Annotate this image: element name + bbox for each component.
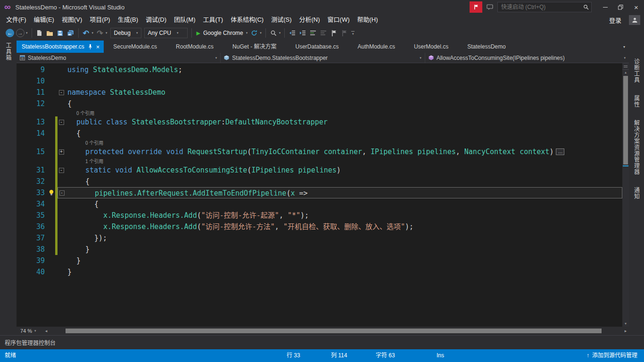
find-dropdown-chevron[interactable]: ▾	[279, 31, 281, 35]
code-text[interactable]: 0 个引用	[65, 109, 622, 116]
editor-split-handle[interactable]	[622, 63, 629, 70]
navigation-dropdown-chevron[interactable]: ▾	[26, 31, 28, 35]
quick-launch-input[interactable]	[500, 3, 583, 11]
line-number[interactable]: 38	[17, 244, 48, 255]
account-avatar[interactable]	[629, 15, 640, 25]
fold-toggle-icon[interactable]: +	[59, 149, 64, 155]
vertical-scrollbar-thumb[interactable]	[623, 76, 628, 165]
document-tab[interactable]: NuGet - 解决方案	[223, 41, 286, 53]
find-in-files-button[interactable]	[268, 27, 279, 39]
previous-bookmark-button[interactable]	[339, 27, 349, 39]
code-text[interactable]: }	[65, 266, 622, 278]
fold-toggle-icon[interactable]: -	[59, 90, 64, 95]
line-number[interactable]: 10	[17, 75, 48, 87]
menu-item[interactable]: 窗口(W)	[324, 14, 354, 25]
uncomment-selection-button[interactable]	[318, 27, 329, 39]
code-text[interactable]: pipelines.AfterRequest.AddItemToEndOfPip…	[66, 188, 622, 198]
document-tab[interactable]: UserDatabase.cs	[286, 41, 348, 53]
refresh-dropdown-chevron[interactable]: ▾	[260, 31, 262, 35]
code-text[interactable]: {	[65, 128, 622, 139]
tool-window-tab-toolbox[interactable]: 工具箱	[4, 42, 12, 61]
close-button[interactable]: ×	[628, 0, 644, 14]
line-number[interactable]: 39	[17, 255, 48, 266]
code-lens-references[interactable]: 0 个引用	[76, 111, 94, 116]
line-number[interactable]	[17, 139, 48, 146]
tool-window-tab[interactable]: 解决方案资源管理器	[633, 120, 641, 175]
new-file-button[interactable]	[34, 27, 45, 39]
line-number[interactable]: 9	[17, 64, 48, 75]
document-tab[interactable]: UserModel.cs	[405, 41, 458, 53]
tool-window-tab[interactable]: 属性	[633, 95, 641, 107]
line-number[interactable]: 12	[17, 98, 48, 109]
fold-margin[interactable]: -	[58, 87, 65, 98]
quick-launch-box[interactable]	[497, 2, 592, 12]
solution-configurations-combo[interactable]: Debug ▾	[110, 28, 141, 38]
line-number[interactable]: 13	[17, 116, 48, 128]
fold-margin[interactable]: -	[58, 188, 66, 198]
menu-item[interactable]: 体系结构(C)	[227, 14, 267, 25]
line-number[interactable]: 14	[17, 128, 48, 139]
code-text[interactable]: namespace StatelessDemo	[65, 87, 622, 98]
toggle-bookmark-button[interactable]	[329, 27, 339, 39]
code-text[interactable]: protected override void RequestStartup(T…	[65, 146, 622, 157]
sign-in-button[interactable]: 登录	[609, 16, 621, 25]
close-icon[interactable]: ×	[96, 44, 100, 50]
member-dropdown[interactable]: AllowAccessToConsumingSite(IPipelines pi…	[425, 53, 629, 63]
save-button[interactable]	[55, 27, 66, 39]
line-number[interactable]: 40	[17, 266, 48, 278]
menu-item[interactable]: 分析(N)	[296, 14, 324, 25]
tool-window-tab[interactable]: 通知	[633, 187, 641, 199]
line-number[interactable]	[17, 157, 48, 165]
toolbar-overflow-button[interactable]: ▾	[351, 31, 355, 35]
menu-item[interactable]: 工具(T)	[199, 14, 227, 25]
code-text[interactable]: {	[65, 176, 622, 187]
menu-item[interactable]: 帮助(H)	[354, 14, 382, 25]
menu-item[interactable]: 团队(M)	[170, 14, 199, 25]
undo-button[interactable]: ↶	[81, 27, 91, 39]
line-number[interactable]: 35	[17, 210, 48, 221]
undo-dropdown-chevron[interactable]: ▾	[92, 31, 94, 35]
add-to-source-control-button[interactable]: ↑ 添加到源代码管理	[586, 349, 637, 362]
start-debugging-button[interactable]: ▶ Google Chrome	[194, 30, 246, 36]
code-lens-references[interactable]: 0 个引用	[85, 140, 103, 146]
package-manager-console-tab[interactable]: 程序包管理器控制台	[0, 335, 644, 349]
line-number[interactable]: 33	[17, 187, 48, 198]
code-text[interactable]: {	[65, 98, 622, 109]
tool-window-tab[interactable]: 诊断工具	[633, 58, 641, 83]
save-all-button[interactable]	[66, 27, 76, 39]
line-number[interactable]	[17, 109, 48, 116]
code-text[interactable]: x.Response.Headers.Add("访问-控制-允许-起源", "*…	[65, 210, 622, 221]
navigate-backward-button[interactable]: ←	[5, 27, 15, 39]
code-text[interactable]: x.Response.Headers.Add("访问-控制允许-方法", "开机…	[65, 221, 622, 232]
line-number[interactable]: 37	[17, 232, 48, 244]
horizontal-scrollbar[interactable]	[50, 327, 622, 335]
lightbulb-icon[interactable]	[48, 187, 55, 198]
scroll-up-arrow[interactable]: ▴	[622, 70, 629, 75]
decrease-indent-button[interactable]	[287, 27, 297, 39]
code-text[interactable]	[65, 75, 622, 87]
code-text[interactable]: 0 个引用	[65, 139, 622, 146]
open-file-button[interactable]	[45, 27, 55, 39]
send-feedback-button[interactable]	[487, 4, 493, 10]
navigate-forward-button[interactable]: →	[15, 27, 25, 39]
menu-item[interactable]: 项目(P)	[86, 14, 114, 25]
code-text[interactable]: {	[65, 198, 622, 210]
line-number[interactable]: 31	[17, 165, 48, 176]
line-number[interactable]: 11	[17, 87, 48, 98]
menu-item[interactable]: 测试(S)	[267, 14, 295, 25]
scroll-down-arrow[interactable]: ▾	[622, 321, 629, 327]
line-number[interactable]: 32	[17, 176, 48, 187]
scroll-left-arrow[interactable]: ◂	[43, 329, 50, 333]
code-editor[interactable]: 9using StatelessDemo.Models;1011-namespa…	[17, 63, 629, 327]
vertical-scrollbar[interactable]: ▴ ▾	[622, 63, 629, 327]
type-dropdown[interactable]: StatelessDemo.StatelessBootstrapper ▾	[220, 53, 424, 63]
document-tab[interactable]: SecureModule.cs	[104, 41, 166, 53]
comment-selection-button[interactable]	[308, 27, 318, 39]
increase-indent-button[interactable]	[297, 27, 308, 39]
restore-button[interactable]	[613, 0, 628, 14]
solution-platforms-combo[interactable]: Any CPU ▾	[144, 28, 188, 38]
code-text[interactable]: static void AllowAccessToConsumingSite(I…	[65, 165, 622, 176]
zoom-control[interactable]: 74 % ▾	[17, 328, 43, 334]
fold-toggle-icon[interactable]: -	[59, 168, 64, 173]
refresh-button[interactable]	[249, 27, 259, 39]
